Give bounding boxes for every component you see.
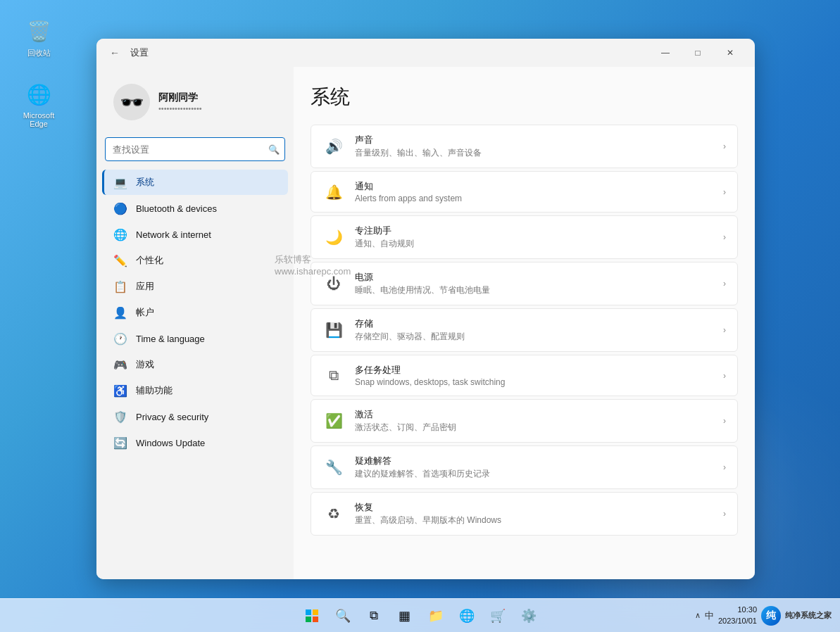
troubleshoot-title: 疑难解答 [355,455,713,467]
search-icon: 🔍 [268,144,280,155]
sidebar-item-privacy[interactable]: 🛡️ Privacy & security [102,404,288,429]
sidebar-item-system[interactable]: 💻 系统 [102,170,288,195]
apps-label: 应用 [136,280,154,293]
brand-logo: 纯 [761,606,781,626]
focus-assist-icon: 🌙 [322,226,345,248]
maximize-button[interactable]: □ [682,42,714,64]
search-icon: 🔍 [335,608,351,624]
privacy-label: Privacy & security [136,412,208,422]
settings-item-recovery[interactable]: ♻ 恢复 重置、高级启动、早期版本的 Windows › [311,492,738,536]
accounts-icon: 👤 [113,305,127,320]
taskbar-icon-search[interactable]: 🔍 [329,602,357,630]
window-controls: — □ ✕ [649,42,746,64]
taskbar: 🔍⧉▦📁🌐🛒⚙️ ∧ 中 10:30 2023/10/01 纯 纯净系统之家 [0,598,840,632]
desktop-icon-recycle-bin[interactable]: 🗑️ 回收站 [14,14,63,61]
troubleshoot-desc: 建议的疑难解答、首选项和历史记录 [355,468,713,480]
taskbar-icon-settings-taskbar[interactable]: ⚙️ [515,602,543,630]
apps-icon: 📋 [113,279,127,293]
close-button[interactable]: ✕ [714,42,746,64]
settings-item-troubleshoot[interactable]: 🔧 疑难解答 建议的疑难解答、首选项和历史记录 › [311,445,738,489]
svg-rect-3 [313,617,318,622]
settings-item-notifications[interactable]: 🔔 通知 Alerts from apps and system › [311,171,738,213]
svg-rect-0 [306,609,311,615]
privacy-icon: 🛡️ [113,410,127,424]
sound-icon: 🔊 [322,135,345,158]
windows-update-icon: 🔄 [113,436,127,450]
back-button[interactable]: ← [105,43,125,63]
gaming-label: 游戏 [136,358,154,371]
storage-chevron: › [723,325,726,335]
settings-taskbar-icon: ⚙️ [521,608,537,624]
power-desc: 睡眠、电池使用情况、节省电池电量 [355,284,713,296]
recovery-desc: 重置、高级启动、早期版本的 Windows [355,514,713,526]
taskbar-date: 2023/10/01 [718,616,757,626]
power-icon: ⏻ [322,272,345,295]
focus-assist-desc: 通知、自动规则 [355,238,713,250]
edge-icon: 🌐 [25,80,53,108]
svg-rect-1 [313,609,318,615]
settings-item-sound[interactable]: 🔊 声音 音量级别、输出、输入、声音设备 › [311,125,738,168]
settings-item-multitasking[interactable]: ⧉ 多任务处理 Snap windows, desktops, task swi… [311,355,738,396]
gaming-icon: 🎮 [113,358,127,372]
taskbar-icon-widgets[interactable]: ▦ [391,602,419,630]
accessibility-icon: ♿ [113,384,127,398]
multitasking-desc: Snap windows, desktops, task switching [355,377,713,387]
multitasking-title: 多任务处理 [355,364,713,377]
activation-title: 激活 [355,408,713,421]
edge-taskbar-icon: 🌐 [459,608,475,624]
user-profile[interactable]: 🕶️ 阿刚同学 •••••••••••••••• [102,75,288,132]
notifications-title: 通知 [355,180,713,193]
settings-item-storage[interactable]: 💾 存储 存储空间、驱动器、配置规则 › [311,308,738,352]
network-label: Network & internet [136,229,211,240]
sidebar-item-accounts[interactable]: 👤 帐户 [102,300,288,325]
window-title: 设置 [130,46,149,59]
desktop-icon-edge[interactable]: 🌐 Microsoft Edge [14,77,63,131]
taskbar-clock[interactable]: 10:30 2023/10/01 [718,605,757,626]
taskbar-icon-task-view[interactable]: ⧉ [360,602,388,630]
minimize-button[interactable]: — [649,42,682,64]
recovery-icon: ♻ [322,503,345,525]
power-title: 电源 [355,271,713,284]
sidebar-item-gaming[interactable]: 🎮 游戏 [102,352,288,377]
search-input[interactable] [105,137,285,161]
sidebar-item-accessibility[interactable]: ♿ 辅助功能 [102,378,288,403]
brand-label: 纯净系统之家 [785,610,832,621]
taskbar-icon-start[interactable] [298,602,326,630]
avatar: 🕶️ [113,84,150,120]
taskbar-icon-edge-taskbar[interactable]: 🌐 [453,602,481,630]
recovery-title: 恢复 [355,501,713,514]
settings-item-power[interactable]: ⏻ 电源 睡眠、电池使用情况、节省电池电量 › [311,262,738,305]
power-chevron: › [723,279,726,289]
settings-list: 🔊 声音 音量级别、输出、输入、声音设备 › 🔔 通知 Alerts from … [311,125,738,536]
user-account: •••••••••••••••• [158,104,202,113]
sidebar-item-personalization[interactable]: ✏️ 个性化 [102,248,288,273]
sidebar-item-time-language[interactable]: 🕐 Time & language [102,326,288,351]
edge-label: Microsoft Edge [17,111,61,128]
troubleshoot-icon: 🔧 [322,456,345,479]
taskbar-time: 10:30 [718,605,757,615]
notifications-icon: 🔔 [322,181,345,203]
page-title: 系统 [311,84,738,110]
system-icon: 💻 [113,175,127,189]
sidebar: 🕶️ 阿刚同学 •••••••••••••••• 🔍 💻 系统 🔵 Blueto… [96,67,294,579]
settings-item-focus-assist[interactable]: 🌙 专注助手 通知、自动规则 › [311,215,738,259]
bluetooth-label: Bluetooth & devices [136,203,217,214]
sidebar-item-bluetooth[interactable]: 🔵 Bluetooth & devices [102,196,288,221]
taskbar-icon-store[interactable]: 🛒 [484,602,512,630]
search-box: 🔍 [105,137,285,161]
sidebar-item-windows-update[interactable]: 🔄 Windows Update [102,430,288,455]
sound-title: 声音 [355,134,713,146]
brand-corner: 纯 纯净系统之家 [761,606,832,626]
activation-icon: ✅ [322,410,345,432]
personalization-icon: ✏️ [113,253,127,267]
sidebar-item-apps[interactable]: 📋 应用 [102,274,288,299]
taskbar-icon-file-explorer[interactable]: 📁 [422,602,450,630]
storage-icon: 💾 [322,319,345,341]
taskbar-chevron[interactable]: ∧ [695,611,701,620]
taskbar-lang[interactable]: 中 [705,609,714,622]
store-icon: 🛒 [490,608,506,624]
taskbar-right: ∧ 中 10:30 2023/10/01 纯 纯净系统之家 [695,605,832,626]
sidebar-item-network[interactable]: 🌐 Network & internet [102,222,288,247]
title-bar: ← 设置 — □ ✕ [96,39,755,67]
settings-item-activation[interactable]: ✅ 激活 激活状态、订阅、产品密钥 › [311,399,738,443]
